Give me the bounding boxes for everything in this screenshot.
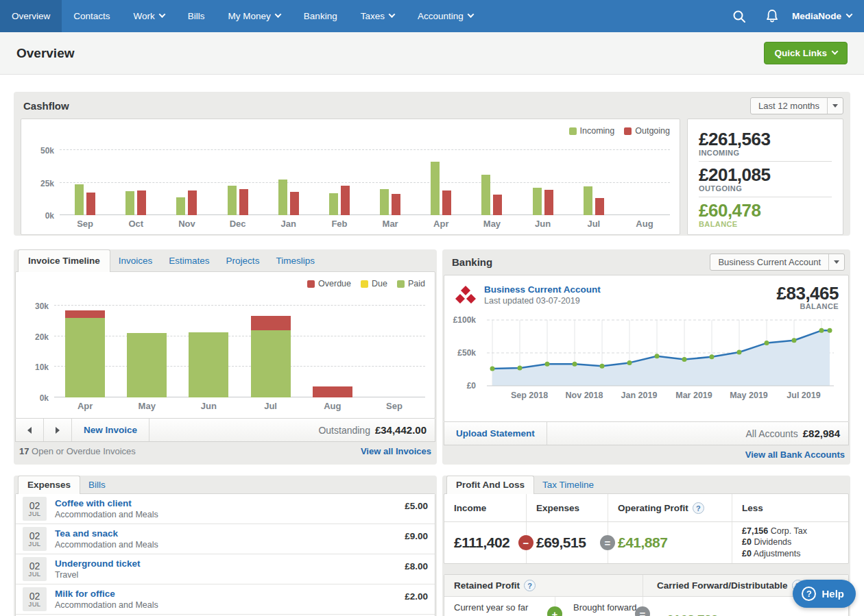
- expense-category: Accommodation and Meals: [55, 540, 158, 550]
- outstanding-value: £34,442.00: [375, 424, 427, 436]
- tab-projects[interactable]: Projects: [218, 250, 268, 271]
- expense-category: Travel: [55, 570, 141, 580]
- view-all-bank-accounts-link[interactable]: View all Bank Accounts: [745, 449, 845, 460]
- nav-item-accounting[interactable]: Accounting: [406, 0, 485, 32]
- legend-paid: Paid: [397, 279, 425, 288]
- svg-text:Jul 2019: Jul 2019: [787, 391, 820, 400]
- invoice-segment-paid: [251, 330, 291, 397]
- cashflow-bar-outgoing: [86, 193, 95, 215]
- expense-title-link[interactable]: Tea and snack: [55, 528, 158, 539]
- help-question-icon: ?: [802, 587, 816, 601]
- nav-item-overview[interactable]: Overview: [0, 0, 62, 32]
- prev-period-button[interactable]: [16, 419, 44, 441]
- tab-expenses[interactable]: Expenses: [18, 476, 80, 494]
- cashflow-bar-group: [466, 175, 517, 215]
- help-button[interactable]: ? Help: [793, 580, 856, 608]
- all-accounts-value: £82,984: [803, 428, 840, 439]
- view-all-invoices-link[interactable]: View all Invoices: [361, 446, 431, 456]
- x-axis-label: Apr: [416, 219, 466, 229]
- x-axis-label: Oct: [110, 219, 161, 229]
- banking-title: Banking: [452, 256, 492, 268]
- y-axis-tick: 30k: [20, 301, 49, 311]
- next-period-button[interactable]: [44, 419, 72, 441]
- nav-item-contacts[interactable]: Contacts: [62, 0, 121, 32]
- cashflow-bar-group: [365, 189, 416, 215]
- cashflow-period-select[interactable]: Last 12 months: [750, 97, 843, 114]
- nav-item-bills[interactable]: Bills: [176, 0, 217, 32]
- invoice-stacked-bar: [189, 332, 228, 397]
- cashflow-bar-group: [213, 186, 263, 215]
- balance-value: £60,478: [699, 200, 832, 221]
- arrow-right-icon: [56, 427, 60, 434]
- expense-title-link[interactable]: Milk for office: [55, 589, 158, 599]
- banking-chart-card: Business Current Account Last updated 03…: [444, 275, 849, 422]
- current-year-value: £34,731: [454, 613, 555, 616]
- account-menu[interactable]: MediaNode: [792, 11, 852, 21]
- nav-item-label: Accounting: [418, 11, 464, 21]
- open-invoices-summary: 17 Open or Overdue Invoices: [19, 446, 136, 456]
- bank-account-link[interactable]: Business Current Account: [484, 284, 601, 295]
- tab-invoices[interactable]: Invoices: [110, 250, 161, 271]
- y-axis-tick: 0k: [20, 393, 49, 403]
- upload-statement-button[interactable]: Upload Statement: [444, 422, 547, 445]
- nav-item-label: My Money: [228, 11, 271, 21]
- expense-date-badge: 02JUL: [23, 497, 47, 521]
- nav-item-taxes[interactable]: Taxes: [349, 0, 406, 32]
- nav-items: Overview Contacts Work Bills My Money Ba…: [0, 0, 485, 32]
- period-select-value: Last 12 months: [751, 98, 827, 114]
- bank-account-select[interactable]: Business Current Account: [710, 254, 845, 271]
- svg-text:Nov 2018: Nov 2018: [566, 391, 603, 400]
- help-question-icon[interactable]: ?: [693, 502, 704, 514]
- notifications-bell-icon[interactable]: [759, 0, 785, 32]
- cashflow-bar-incoming: [228, 186, 237, 215]
- invoice-stacked-bar: [313, 386, 352, 397]
- invoice-segment-paid: [65, 318, 105, 397]
- tab-invoice-timeline[interactable]: Invoice Timeline: [18, 249, 110, 272]
- expense-row: 02JUL Underground ticketTravel £8.00: [16, 554, 435, 584]
- tab-timeslips[interactable]: Timeslips: [267, 250, 323, 271]
- invoice-segment-overdue: [65, 310, 105, 318]
- page-title: Overview: [16, 46, 75, 61]
- tab-tax-timeline[interactable]: Tax Timeline: [534, 476, 602, 493]
- cashflow-bar-outgoing: [239, 189, 248, 215]
- expense-title-link[interactable]: Coffee with client: [55, 498, 158, 508]
- cashflow-chart: 0k25k50k SepOctNovDecJanFebMarAprMayJunJ…: [60, 144, 670, 229]
- cashflow-bar-incoming: [533, 188, 542, 215]
- invoice-segment-overdue: [313, 386, 352, 397]
- new-invoice-button[interactable]: New Invoice: [72, 419, 149, 441]
- y-axis-tick: £0: [444, 381, 476, 391]
- all-accounts: All Accounts £82,984: [746, 422, 849, 445]
- y-axis-tick: 20k: [20, 332, 49, 342]
- legend-outgoing: Outgoing: [624, 126, 670, 136]
- nav-item-my-money[interactable]: My Money: [217, 0, 292, 32]
- quick-links-button[interactable]: Quick Links: [764, 42, 848, 64]
- chevron-down-icon: [158, 11, 165, 18]
- incoming-value: £261,563: [699, 129, 832, 150]
- invoice-bars: [54, 299, 425, 397]
- retained-profit-header: Retained Profit?: [444, 575, 643, 596]
- y-axis-tick: 10k: [20, 362, 49, 372]
- expense-date-badge: 02JUL: [23, 527, 47, 551]
- bank-balance-chart: Sep 2018Nov 2018Jan 2019Mar 2019May 2019…: [444, 310, 848, 405]
- cashflow-bar-group: [518, 188, 568, 215]
- nav-item-work[interactable]: Work: [122, 0, 176, 32]
- tab-estimates[interactable]: Estimates: [160, 250, 217, 271]
- bank-logo-icon: [454, 284, 477, 306]
- tab-bills[interactable]: Bills: [80, 476, 114, 493]
- banking-panel: Banking Business Current Account Busines…: [442, 249, 850, 465]
- search-icon[interactable]: [726, 0, 752, 32]
- help-question-icon[interactable]: ?: [524, 580, 536, 591]
- page-header: Overview Quick Links: [0, 32, 864, 75]
- nav-item-banking[interactable]: Banking: [292, 0, 349, 32]
- expense-title-link[interactable]: Underground ticket: [55, 558, 141, 569]
- svg-text:Jan 2019: Jan 2019: [621, 391, 658, 400]
- y-axis-tick: 50k: [25, 146, 54, 156]
- cashflow-bar-incoming: [176, 197, 185, 215]
- x-axis-label: Nov: [161, 219, 212, 229]
- chevron-down-icon: [388, 11, 395, 18]
- tab-profit-and-loss[interactable]: Profit And Loss: [446, 476, 534, 494]
- expenses-panel: Expenses Bills 02JUL Coffee with clientA…: [14, 476, 437, 616]
- cashflow-bar-group: [314, 186, 365, 215]
- cashflow-bar-incoming: [75, 184, 84, 215]
- nav-item-label: Banking: [304, 11, 337, 21]
